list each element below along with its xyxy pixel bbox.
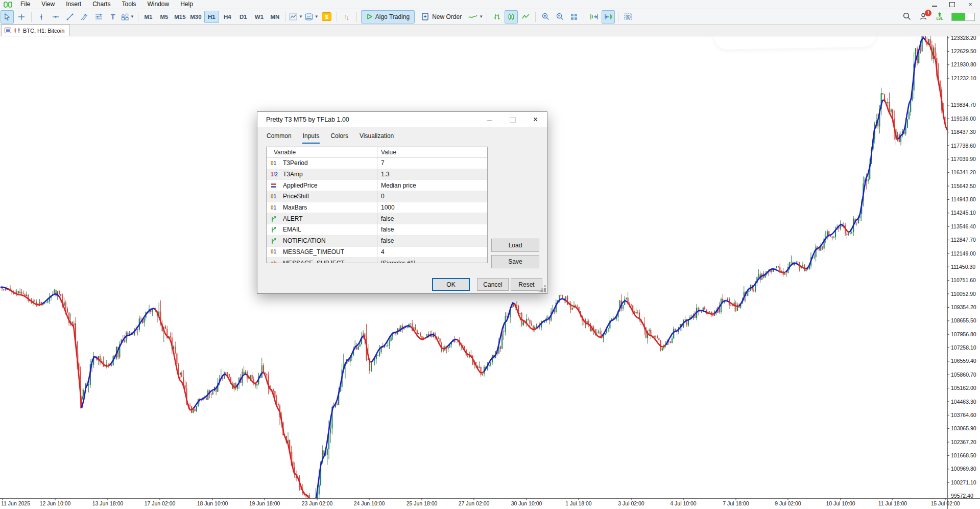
timeframe-button-m5[interactable]: M5	[157, 11, 172, 23]
indicators-button[interactable]: ▼	[289, 10, 303, 24]
svg-text:24 Jun 10:00: 24 Jun 10:00	[354, 500, 385, 506]
indicators-dropdown-caret[interactable]: ▼	[299, 14, 303, 19]
table-row-t3period[interactable]: 01T3Period7	[267, 158, 487, 169]
variable-name: MESSAGE_TIMEOUT	[283, 248, 344, 256]
deposit-button[interactable]: $	[320, 10, 333, 24]
chart-properties-dropdown-caret[interactable]: ▼	[315, 14, 319, 19]
window-close-icon[interactable]: ×	[967, 2, 974, 8]
dialog-tab-inputs[interactable]: Inputs	[302, 131, 320, 144]
search-icon[interactable]	[903, 12, 911, 21]
text-tool-button[interactable]: T	[106, 10, 119, 24]
table-row-message_timeout[interactable]: 01MESSAGE_TIMEOUT4	[267, 247, 487, 258]
variable-column-header[interactable]: Variable	[267, 147, 377, 157]
zoom-out-button[interactable]	[553, 10, 566, 24]
channel-tool-button[interactable]	[78, 10, 91, 24]
window-minimize-icon[interactable]	[932, 2, 937, 7]
dialog-titlebar[interactable]: Pretty T3 MT5 by TFLab 1.00 ×	[257, 112, 547, 127]
value-cell[interactable]: [Signaler #1]	[377, 260, 487, 263]
timeframe-button-d1[interactable]: D1	[236, 11, 251, 23]
dialog-tab-visualization[interactable]: Visualization	[359, 131, 394, 144]
tile-windows-button[interactable]	[567, 10, 581, 24]
table-row-appliedprice[interactable]: AppliedPriceMedian price	[267, 180, 487, 191]
table-row-maxbars[interactable]: 01MaxBars1000	[267, 202, 487, 214]
value-cell[interactable]: 1.3	[377, 171, 487, 178]
bar-chart-mode-button[interactable]	[490, 10, 504, 24]
menu-item-tools[interactable]: Tools	[116, 0, 142, 9]
svg-text:1 Jul 18:00: 1 Jul 18:00	[565, 500, 592, 506]
crosshair-tool-button[interactable]	[15, 10, 28, 24]
timeframe-button-m15[interactable]: M15	[173, 11, 187, 23]
svg-text:103065.90: 103065.90	[951, 425, 976, 431]
value-cell[interactable]: 1000	[377, 204, 487, 211]
cursor-tool-button[interactable]	[1, 10, 14, 24]
ok-button[interactable]: OK	[432, 278, 470, 291]
shapes-tool-button[interactable]: ▼	[121, 10, 135, 24]
crossover-style-button[interactable]: ▼	[468, 10, 484, 24]
table-row-message_subject[interactable]: abMESSAGE_SUBJECT[Signaler #1]	[267, 258, 487, 263]
timeframe-button-w1[interactable]: W1	[252, 11, 267, 23]
table-row-notification[interactable]: NOTIFICATIONfalse	[267, 236, 487, 247]
account-icon[interactable]: 1	[919, 12, 928, 21]
value-cell[interactable]: Median price	[377, 182, 487, 189]
dialog-minimize-icon[interactable]	[478, 112, 501, 127]
buy-sell-arrows-icon[interactable]: ↑↓	[340, 10, 353, 24]
timeframe-button-h1[interactable]: H1	[204, 11, 219, 23]
chart-shift-button[interactable]	[587, 10, 601, 24]
double-type-icon: 1/2	[271, 172, 279, 177]
timeframe-button-mn[interactable]: MN	[268, 11, 282, 23]
table-row-alert[interactable]: ALERTfalse	[267, 213, 487, 224]
table-row-priceshift[interactable]: 01PriceShift0	[267, 191, 487, 202]
cycle-lines-tool-button[interactable]	[92, 10, 105, 24]
chart-properties-button[interactable]: ▼	[304, 10, 319, 24]
shapes-dropdown-caret[interactable]: ▼	[130, 14, 134, 19]
variable-name: MaxBars	[283, 204, 307, 211]
dialog-close-icon[interactable]: ×	[524, 112, 547, 127]
timeframe-button-h4[interactable]: H4	[220, 11, 235, 23]
menu-item-help[interactable]: Help	[175, 0, 199, 9]
load-button[interactable]: Load	[491, 239, 539, 252]
cancel-button[interactable]: Cancel	[477, 278, 509, 291]
value-cell[interactable]: false	[377, 237, 487, 244]
vertical-line-tool-button[interactable]	[35, 10, 48, 24]
svg-text:119834.70: 119834.70	[951, 102, 976, 108]
dialog-tab-common[interactable]: Common	[266, 131, 292, 144]
horizontal-line-tool-button[interactable]	[49, 10, 62, 24]
trendline-tool-button[interactable]	[63, 10, 77, 24]
crossover-dropdown-caret[interactable]: ▼	[479, 14, 483, 19]
table-row-email[interactable]: EMAILfalse	[267, 224, 487, 236]
auto-scroll-button[interactable]	[602, 10, 615, 24]
algo-trading-button[interactable]: Algo Trading	[361, 10, 415, 24]
save-button[interactable]: Save	[491, 255, 539, 268]
new-order-label: New Order	[432, 13, 462, 20]
value-column-header[interactable]: Value	[377, 149, 487, 156]
reset-button[interactable]: Reset	[511, 278, 542, 291]
menu-item-view[interactable]: View	[36, 0, 60, 9]
value-cell[interactable]: 7	[377, 159, 487, 167]
timeframe-button-m30[interactable]: M30	[188, 11, 203, 23]
chart-tab[interactable]: BTC, H1: Bitcoin	[1, 25, 70, 36]
zoom-in-button[interactable]	[539, 10, 552, 24]
new-order-button[interactable]: New Order	[417, 10, 466, 24]
menu-item-window[interactable]: Window	[142, 0, 175, 9]
variable-name: T3Amp	[283, 171, 303, 178]
window-controls: ×	[932, 2, 980, 8]
screenshot-button[interactable]	[622, 10, 635, 24]
menu-item-insert[interactable]: Insert	[60, 0, 87, 9]
window-restore-icon[interactable]	[949, 2, 955, 7]
chart-mini-icon	[14, 28, 20, 33]
dialog-tab-colors[interactable]: Colors	[330, 131, 349, 144]
value-cell[interactable]: 4	[377, 248, 487, 256]
menu-item-charts[interactable]: Charts	[87, 0, 116, 9]
candlestick-mode-button[interactable]	[505, 10, 518, 24]
timeframe-button-m1[interactable]: M1	[141, 11, 156, 23]
menu-item-file[interactable]: File	[15, 0, 36, 9]
line-chart-mode-button[interactable]	[519, 10, 532, 24]
value-cell[interactable]: false	[377, 226, 487, 233]
value-cell[interactable]: false	[377, 215, 487, 222]
dialog-resize-grip[interactable]	[544, 290, 546, 292]
variable-cell: 1/2T3Amp	[267, 169, 377, 180]
chart-tab-strip: BTC, H1: Bitcoin	[0, 25, 980, 36]
value-cell[interactable]: 0	[377, 193, 487, 200]
table-row-t3amp[interactable]: 1/2T3Amp1.3	[267, 169, 487, 180]
int-type-icon: 01	[271, 249, 279, 254]
